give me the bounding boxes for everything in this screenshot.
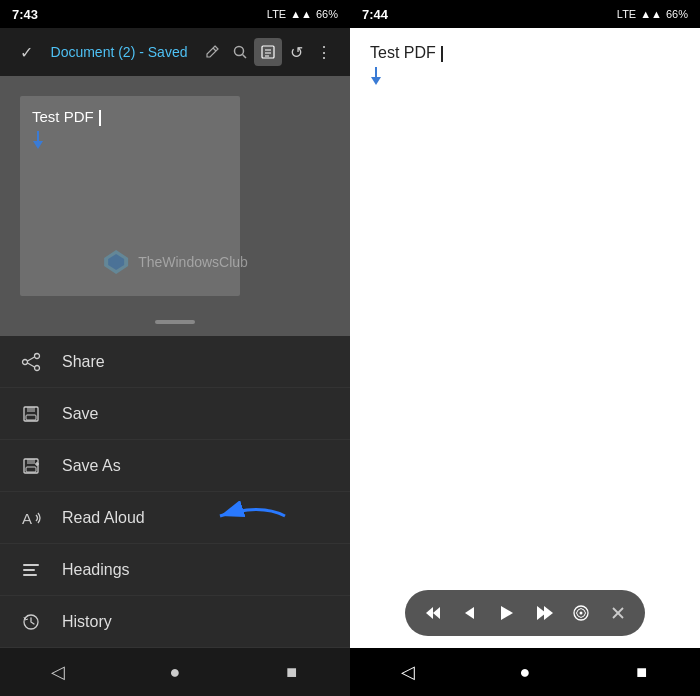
menu-item-read-aloud-label: Read Aloud: [62, 509, 145, 527]
menu-item-headings[interactable]: Headings: [0, 544, 350, 596]
svg-text:A: A: [22, 510, 32, 527]
back-button-right[interactable]: ◁: [388, 652, 428, 692]
home-button-left[interactable]: ●: [155, 652, 195, 692]
svg-rect-18: [26, 467, 36, 472]
menu-item-read-aloud[interactable]: A Read Aloud: [0, 492, 350, 544]
toolbar-left: ✓ Document (2) - Saved ↺ ⋮: [0, 28, 350, 76]
left-panel: 7:43 LTE ▲▲ 66% ✓ Document (2) - Saved: [0, 0, 350, 696]
svg-point-34: [580, 612, 583, 615]
previous-button[interactable]: [461, 605, 477, 621]
svg-rect-23: [23, 564, 39, 566]
signal-right: ▲▲: [640, 8, 662, 20]
doc-area-right: Test PDF: [350, 28, 700, 578]
check-icon[interactable]: ✓: [12, 38, 40, 66]
undo-icon[interactable]: ↺: [282, 38, 310, 66]
doc-area-left: Test PDF TheWindowsClub: [0, 76, 350, 336]
file-icon[interactable]: [254, 38, 282, 66]
status-icons-right: LTE ▲▲ 66%: [617, 8, 688, 20]
close-playback-button[interactable]: [610, 605, 626, 621]
svg-rect-24: [23, 569, 35, 571]
svg-marker-30: [501, 606, 513, 620]
history-icon: [20, 611, 42, 633]
document-title-left: Document (2) - Saved: [40, 44, 198, 60]
drop-cursor-right: [371, 67, 381, 85]
dropdown-menu: Share Save: [0, 336, 350, 648]
menu-item-history[interactable]: History: [0, 596, 350, 648]
status-bar-right: 7:44 LTE ▲▲ 66%: [350, 0, 700, 28]
menu-item-save-label: Save: [62, 405, 98, 423]
menu-item-history-label: History: [62, 613, 112, 631]
menu-item-headings-label: Headings: [62, 561, 130, 579]
svg-line-1: [243, 55, 247, 59]
network-left: LTE: [267, 8, 286, 20]
svg-line-11: [28, 357, 35, 361]
search-icon[interactable]: [226, 38, 254, 66]
status-icons-left: LTE ▲▲ 66%: [267, 8, 338, 20]
svg-rect-14: [27, 407, 35, 412]
svg-point-10: [35, 365, 40, 370]
speed-button[interactable]: [572, 604, 590, 622]
svg-marker-28: [433, 607, 440, 619]
more-icon[interactable]: ⋮: [310, 38, 338, 66]
signal-left: ▲▲: [290, 8, 312, 20]
text-cursor-left: [99, 110, 101, 126]
back-button-left[interactable]: ◁: [38, 652, 78, 692]
battery-right: 66%: [666, 8, 688, 20]
right-panel: 7:44 LTE ▲▲ 66% Test PDF: [350, 0, 700, 696]
watermark-logo: [102, 248, 130, 276]
play-button[interactable]: [497, 604, 515, 622]
next-button[interactable]: [535, 604, 553, 622]
network-right: LTE: [617, 8, 636, 20]
status-bar-left: 7:43 LTE ▲▲ 66%: [0, 0, 350, 28]
share-icon: [20, 351, 42, 373]
svg-point-9: [23, 359, 28, 364]
read-aloud-icon: A: [20, 507, 42, 529]
nav-bar-right: ◁ ● ■: [350, 648, 700, 696]
doc-text-right: Test PDF: [370, 44, 436, 61]
menu-item-share-label: Share: [62, 353, 105, 371]
time-left: 7:43: [12, 7, 38, 22]
rewind-button[interactable]: [424, 604, 442, 622]
svg-line-12: [28, 363, 35, 367]
watermark-text: TheWindowsClub: [138, 254, 248, 270]
scroll-handle[interactable]: [155, 320, 195, 324]
nav-bar-left: ◁ ● ■: [0, 648, 350, 696]
menu-item-save-as-label: Save As: [62, 457, 121, 475]
svg-point-8: [35, 353, 40, 358]
battery-left: 66%: [316, 8, 338, 20]
drop-cursor-left: [33, 131, 43, 149]
recent-button-left[interactable]: ■: [272, 652, 312, 692]
svg-rect-25: [23, 574, 37, 576]
svg-point-0: [235, 47, 244, 56]
time-right: 7:44: [362, 7, 388, 22]
save-as-icon: [20, 455, 42, 477]
save-icon: [20, 403, 42, 425]
recent-button-right[interactable]: ■: [622, 652, 662, 692]
svg-rect-15: [26, 415, 36, 420]
menu-item-save-as[interactable]: Save As: [0, 440, 350, 492]
headings-icon: [20, 559, 42, 581]
watermark: TheWindowsClub: [102, 248, 248, 276]
playback-controls: [405, 590, 645, 636]
pen-icon[interactable]: [198, 38, 226, 66]
svg-marker-32: [544, 606, 553, 620]
menu-item-share[interactable]: Share: [0, 336, 350, 388]
playback-bar: [350, 578, 700, 648]
home-button-right[interactable]: ●: [505, 652, 545, 692]
svg-marker-27: [426, 607, 433, 619]
svg-rect-17: [27, 459, 35, 464]
doc-text-left: Test PDF: [32, 108, 94, 125]
blue-arrow-indicator: [210, 501, 290, 535]
text-cursor-right: [441, 46, 443, 62]
menu-item-save[interactable]: Save: [0, 388, 350, 440]
svg-marker-29: [465, 607, 474, 619]
